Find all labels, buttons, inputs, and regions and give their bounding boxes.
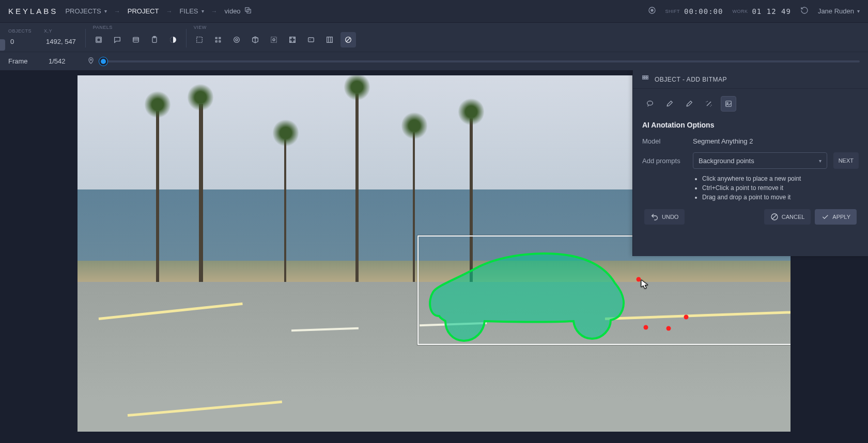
objects-label: Objects: [6, 28, 32, 34]
svg-rect-26: [647, 76, 648, 77]
logo: KEYLABS: [8, 7, 58, 15]
view-columns-icon[interactable]: [322, 32, 337, 48]
svg-rect-13: [271, 37, 277, 43]
svg-point-18: [293, 41, 295, 42]
footer-right: CANCEL APPLY: [764, 209, 857, 225]
xy-label: X,Y: [42, 28, 80, 34]
shift-label: SHIFT: [665, 9, 680, 14]
svg-point-23: [90, 59, 92, 60]
chevron-down-icon: ▾: [202, 8, 204, 14]
section-title: AI Anotation Options: [642, 121, 859, 129]
segmentation-mask[interactable]: [419, 239, 633, 347]
panel-clipboard-icon[interactable]: [147, 32, 162, 48]
hint-item: Drag and drop a point to move it: [702, 193, 859, 202]
nav-projects[interactable]: PROJECTS ▾: [65, 7, 106, 15]
panel-layers-icon[interactable]: [91, 32, 106, 48]
undo-icon: [650, 213, 659, 221]
user-name: Jane Ruden: [818, 7, 854, 15]
nav-files[interactable]: FILES ▾: [179, 7, 204, 15]
main: OBJECT - ADD BITMAP AI Anotation Options…: [0, 70, 868, 443]
view-disabled-icon[interactable]: [340, 32, 356, 48]
view-focus-icon[interactable]: [266, 32, 282, 48]
view-target-icon[interactable]: [229, 32, 244, 48]
scene-tree: [413, 132, 415, 282]
object-panel: OBJECT - ADD BITMAP AI Anotation Options…: [632, 70, 868, 256]
xy-group: X,Y 1492, 547: [42, 28, 80, 48]
panel-list-icon[interactable]: [128, 32, 144, 48]
nav-file[interactable]: video: [225, 6, 252, 16]
apply-button[interactable]: APPLY: [815, 209, 857, 225]
svg-rect-25: [645, 76, 646, 77]
frame-count: 1/542: [49, 57, 80, 65]
left-drawer-handle[interactable]: [0, 39, 5, 51]
frame-slider[interactable]: [102, 60, 860, 62]
chevron-down-icon: ▾: [857, 8, 860, 14]
svg-point-17: [290, 41, 291, 42]
view-nodes-icon[interactable]: [210, 32, 226, 48]
pin-icon[interactable]: [87, 56, 95, 66]
background-point[interactable]: [667, 326, 671, 331]
view-select-icon[interactable]: [192, 32, 207, 48]
tool-lasso-icon[interactable]: [642, 96, 658, 112]
header-right: SHIFT 00:00:00 WORK 01 12 49 Jane Ruden …: [648, 6, 860, 16]
tool-ai-segment-icon[interactable]: [721, 96, 736, 112]
shift-time: 00:00:00: [684, 7, 723, 15]
svg-point-14: [273, 39, 275, 41]
arrow-right-icon: →: [114, 8, 120, 15]
hints: Click anywhere to place a new point Ctrl…: [693, 174, 859, 202]
panels-label: Panels: [91, 25, 181, 30]
svg-point-11: [234, 37, 240, 43]
panel-header: OBJECT - ADD BITMAP: [633, 70, 868, 89]
model-value: Segment Anything 2: [693, 137, 753, 145]
nav-files-label: FILES: [179, 7, 198, 15]
tool-magic-wand-icon[interactable]: [701, 96, 717, 112]
undo-button[interactable]: UNDO: [644, 209, 685, 225]
panel-footer: UNDO CANCEL APPLY: [642, 209, 859, 225]
view-cube-icon[interactable]: [247, 32, 263, 48]
cancel-icon: [770, 213, 779, 221]
svg-rect-19: [290, 37, 296, 43]
view-group: View: [192, 25, 356, 48]
refresh-icon[interactable]: [800, 6, 809, 16]
hint-item: Click anywhere to place a new point: [702, 174, 859, 183]
arrow-right-icon: →: [166, 8, 172, 15]
svg-point-3: [651, 9, 653, 11]
annotation-tool-row: [642, 96, 859, 112]
record-icon[interactable]: [648, 6, 656, 16]
svg-rect-24: [643, 76, 644, 77]
tool-brush-remove-icon[interactable]: [681, 96, 697, 112]
cancel-button[interactable]: CANCEL: [764, 209, 811, 225]
background-point[interactable]: [644, 325, 648, 330]
breadcrumb: KEYLABS PROJECTS ▾ → PROJECT → FILES ▾ →…: [8, 6, 252, 16]
background-point[interactable]: [684, 315, 689, 320]
canvas-wrap: OBJECT - ADD BITMAP AI Anotation Options…: [0, 70, 868, 443]
model-label: Model: [642, 137, 687, 145]
background-point[interactable]: [637, 277, 641, 282]
nav-project-label: PROJECT: [128, 7, 159, 15]
panel-comments-icon[interactable]: [110, 32, 125, 48]
app-header: KEYLABS PROJECTS ▾ → PROJECT → FILES ▾ →…: [0, 0, 868, 23]
toolbar: Objects 0 X,Y 1492, 547 Panels View: [0, 23, 868, 52]
svg-point-15: [290, 37, 291, 39]
prompts-value: Background points: [699, 157, 754, 165]
user-menu[interactable]: Jane Ruden ▾: [818, 7, 860, 15]
nav-projects-label: PROJECTS: [65, 7, 101, 15]
panel-title: OBJECT - ADD BITMAP: [655, 76, 727, 83]
shift-timer: SHIFT 00:00:00: [665, 7, 723, 15]
slider-thumb[interactable]: [99, 57, 107, 66]
view-label-icon[interactable]: [303, 32, 319, 48]
view-grid-icon[interactable]: [285, 32, 300, 48]
copy-icon[interactable]: [244, 6, 252, 16]
scene-tree: [199, 104, 203, 282]
svg-point-16: [293, 37, 295, 39]
chevron-down-icon: ▾: [819, 158, 822, 164]
next-button[interactable]: NEXT: [833, 152, 859, 169]
arrow-right-icon: →: [211, 8, 218, 15]
bitmap-icon: [641, 74, 649, 84]
panel-contrast-icon[interactable]: [165, 32, 181, 48]
nav-file-label: video: [225, 7, 241, 15]
prompts-row: Add prompts Background points ▾ NEXT: [642, 152, 859, 169]
nav-project[interactable]: PROJECT: [128, 7, 159, 15]
tool-brush-add-icon[interactable]: [662, 96, 677, 112]
prompts-select[interactable]: Background points ▾: [693, 152, 827, 169]
